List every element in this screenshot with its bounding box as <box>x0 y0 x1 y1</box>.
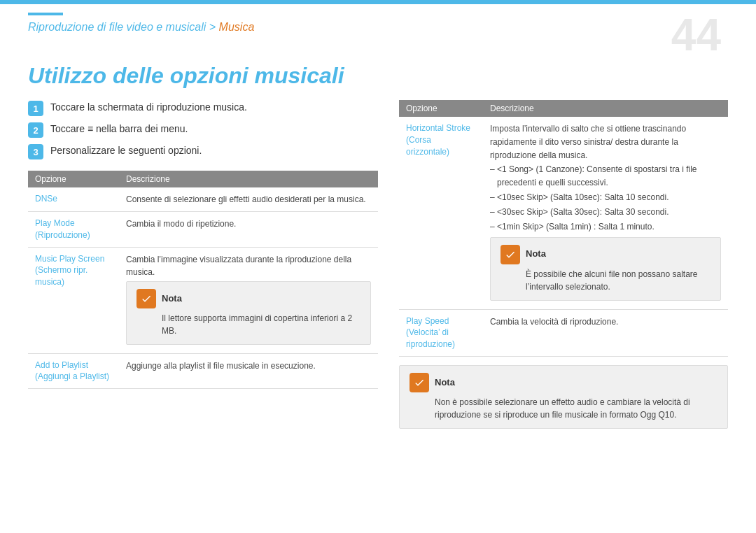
breadcrumb-highlight: Musica <box>219 21 255 33</box>
option-musicplay-desc: Cambia l’immagine visualizzata durante l… <box>126 255 351 277</box>
nota-header-left: Nota <box>136 289 360 308</box>
step-3: 3 Personalizzare le seguenti opzioni. <box>28 143 378 159</box>
option-playmode-desc: Cambia il modo di ripetizione. <box>119 212 378 248</box>
header-area: Riproduzione di file video e musicali > … <box>0 4 756 57</box>
page-title: Utilizzo delle opzioni musicali <box>0 57 756 100</box>
nota-icon-right1 <box>500 245 520 264</box>
step-2: 2 Toccare ≡ nella barra dei menu. <box>28 122 378 138</box>
left-column: 1 Toccare la schermata di riproduzione m… <box>28 100 378 433</box>
checkmark-icon <box>141 293 152 304</box>
nota-box-left: Nota Il lettore supporta immagini di cop… <box>126 281 371 345</box>
step-text-1: Toccare la schermata di riproduzione mus… <box>50 100 247 115</box>
right-col-header-desc: Descrizione <box>483 100 728 117</box>
step-badge-2: 2 <box>28 122 43 138</box>
blue-accent <box>28 13 63 15</box>
hstroke-intro: Imposta l’intervallo di salto che si ott… <box>490 124 686 160</box>
list-item: <1 Song> (1 Canzone): Consente di sposta… <box>490 163 721 190</box>
left-options-table: Opzione Descrizione DNSe Consente di sel… <box>28 171 378 389</box>
option-addplaylist-desc: Aggiunge alla playlist il file musicale … <box>119 353 378 389</box>
step-badge-3: 3 <box>28 144 43 159</box>
nota-icon-left <box>136 289 156 308</box>
option-playspeed-desc: Cambia la velocità di riproduzione. <box>483 309 728 356</box>
option-hstroke-desc: Imposta l’intervallo di salto che si ott… <box>483 117 728 309</box>
left-col-header-option: Opzione <box>28 171 119 187</box>
option-addplaylist-name: Add to Playlist (Aggiungi a Playlist) <box>28 353 119 389</box>
table-row: Add to Playlist (Aggiungi a Playlist) Ag… <box>28 353 378 389</box>
option-playspeed-name: Play Speed (Velocita’ di riproduzione) <box>399 309 483 356</box>
nota-header-right2: Nota <box>410 373 718 392</box>
nota-title-left: Nota <box>162 292 182 306</box>
right-col-header-option: Opzione <box>399 100 483 117</box>
checkmark-icon <box>505 249 516 260</box>
list-item: <10sec Skip> (Salta 10sec): Salta 10 sec… <box>490 191 721 204</box>
step-1: 1 Toccare la schermata di riproduzione m… <box>28 100 378 116</box>
step-badge-1: 1 <box>28 101 43 116</box>
checkmark-icon <box>414 377 425 388</box>
nota-icon-right2 <box>410 373 429 392</box>
content-area: 1 Toccare la schermata di riproduzione m… <box>0 100 756 433</box>
step-text-2: Toccare ≡ nella barra dei menu. <box>50 122 188 136</box>
nota-box-right2: Nota Non è possibile selezionare un effe… <box>399 365 728 429</box>
nota-text-right1: È possibile che alcuni file non possano … <box>526 268 710 293</box>
table-row: Music Play Screen (Schermo ripr. musica)… <box>28 247 378 353</box>
breadcrumb-main: Riproduzione di file video e musicali > <box>28 21 219 33</box>
nota-box-right1: Nota È possibile che alcuni file non pos… <box>490 237 721 301</box>
right-options-table: Opzione Descrizione Horizontal Stroke (C… <box>399 100 728 357</box>
option-musicplay-name: Music Play Screen (Schermo ripr. musica) <box>28 247 119 353</box>
option-playmode-name: Play Mode (Riproduzione) <box>28 212 119 248</box>
nota-header-right1: Nota <box>500 245 710 264</box>
hstroke-bullets: <1 Song> (1 Canzone): Consente di sposta… <box>490 163 721 234</box>
breadcrumb: Riproduzione di file video e musicali > … <box>28 21 254 34</box>
list-item: <30sec Skip> (Salta 30sec): Salta 30 sec… <box>490 206 721 219</box>
option-dnse-name: DNSe <box>28 187 119 212</box>
list-item: <1min Skip> (Salta 1min) : Salta 1 minut… <box>490 220 721 234</box>
option-hstroke-name: Horizontal Stroke (Corsa orizzontale) <box>399 117 483 309</box>
table-row: Horizontal Stroke (Corsa orizzontale) Im… <box>399 117 728 309</box>
right-column: Opzione Descrizione Horizontal Stroke (C… <box>399 100 728 433</box>
option-dnse-desc: Consente di selezionare gli effetti audi… <box>119 187 378 212</box>
table-row: Play Speed (Velocita’ di riproduzione) C… <box>399 309 728 356</box>
nota-title-right2: Nota <box>435 377 455 388</box>
nota-text-right2: Non è possibile selezionare un effetto a… <box>435 396 718 421</box>
nota-title-right1: Nota <box>526 247 546 262</box>
step-text-3: Personalizzare le seguenti opzioni. <box>50 143 202 158</box>
page-number: 44 <box>671 13 721 57</box>
table-row: DNSe Consente di selezionare gli effetti… <box>28 187 378 212</box>
table-row: Play Mode (Riproduzione) Cambia il modo … <box>28 212 378 248</box>
steps-list: 1 Toccare la schermata di riproduzione m… <box>28 100 378 159</box>
nota-text-left: Il lettore supporta immagini di copertin… <box>162 312 360 337</box>
left-col-header-desc: Descrizione <box>119 171 378 187</box>
